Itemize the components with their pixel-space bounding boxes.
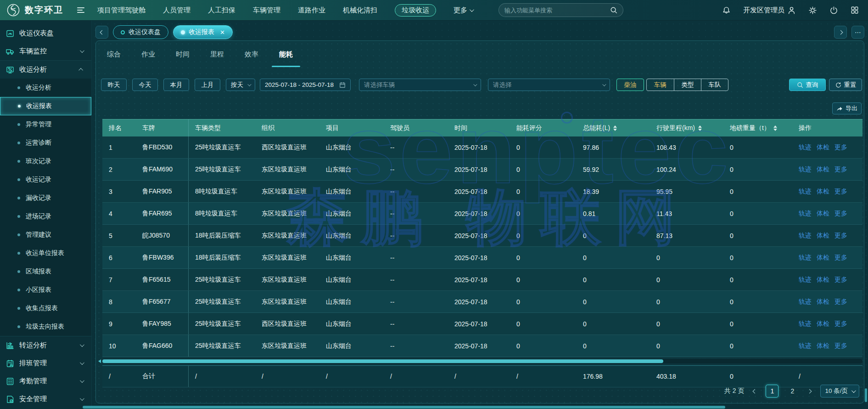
action-link-轨迹[interactable]: 轨迹: [799, 210, 812, 218]
nav-item-道路作业[interactable]: 道路作业: [298, 6, 325, 15]
vehicle-select[interactable]: 请选择车辆: [359, 79, 481, 91]
action-link-轨迹[interactable]: 轨迹: [799, 143, 812, 152]
generic-select[interactable]: 请选择: [488, 79, 610, 91]
query-button[interactable]: 查询: [789, 79, 826, 91]
action-link-更多[interactable]: 更多: [834, 254, 847, 262]
logout-power-icon[interactable]: [829, 6, 838, 15]
group-by-车辆[interactable]: 车辆: [647, 79, 674, 91]
action-link-轨迹[interactable]: 轨迹: [799, 165, 812, 174]
sidebar-subitem-收运报表[interactable]: 收运报表: [0, 97, 91, 115]
search-input[interactable]: [504, 7, 610, 14]
subtab-时间[interactable]: 时间: [176, 48, 190, 61]
sidebar-item-安全管理[interactable]: 安全管理: [0, 390, 91, 408]
sidebar-item-车辆监控[interactable]: 车辆监控: [0, 42, 91, 60]
action-link-更多[interactable]: 更多: [834, 143, 847, 152]
sidebar-item-考勤管理[interactable]: 考勤管理: [0, 372, 91, 390]
sidebar-subitem-收运记录[interactable]: 收运记录: [0, 170, 91, 189]
action-link-体检[interactable]: 体检: [817, 187, 829, 196]
sidebar-subitem-收运单位报表[interactable]: 收运单位报表: [0, 244, 91, 262]
sidebar-subitem-收集点报表[interactable]: 收集点报表: [0, 299, 91, 318]
sidebar-subitem-异常管理[interactable]: 异常管理: [0, 115, 91, 134]
apps-grid-icon[interactable]: [851, 6, 859, 14]
notifications-bell-icon[interactable]: [722, 6, 731, 15]
pagination-page-2[interactable]: 2: [786, 385, 799, 398]
action-link-轨迹[interactable]: 轨迹: [799, 232, 812, 240]
action-link-体检[interactable]: 体检: [817, 320, 829, 328]
action-link-更多[interactable]: 更多: [834, 276, 847, 284]
nav-item-机械化清扫[interactable]: 机械化清扫: [343, 6, 377, 15]
tabs-scroll-right-button[interactable]: [834, 26, 847, 39]
action-link-更多[interactable]: 更多: [834, 342, 847, 350]
action-link-轨迹[interactable]: 轨迹: [799, 276, 812, 284]
sidebar-subitem-区域报表[interactable]: 区域报表: [0, 262, 91, 281]
quick-filter-本月[interactable]: 本月: [163, 79, 189, 91]
scrollbar-thumb[interactable]: [102, 359, 663, 363]
sidebar-subitem-漏收记录[interactable]: 漏收记录: [0, 189, 91, 207]
sidebar-item-收运仪表盘[interactable]: 收运仪表盘: [0, 24, 91, 42]
action-link-体检[interactable]: 体检: [817, 276, 829, 284]
sidebar-subitem-小区报表[interactable]: 小区报表: [0, 281, 91, 299]
nav-item-人员管理[interactable]: 人员管理: [163, 6, 190, 15]
action-link-轨迹[interactable]: 轨迹: [799, 254, 812, 262]
action-link-更多[interactable]: 更多: [834, 298, 847, 306]
nav-item-更多[interactable]: 更多: [454, 6, 473, 15]
subtab-综合[interactable]: 综合: [107, 48, 121, 61]
sidebar-subitem-管理建议[interactable]: 管理建议: [0, 226, 91, 244]
action-link-更多[interactable]: 更多: [834, 232, 847, 240]
sidebar-subitem-收运分析[interactable]: 收运分析: [0, 79, 91, 97]
action-link-体检[interactable]: 体检: [817, 254, 829, 262]
sidebar-subitem-运营诊断[interactable]: 运营诊断: [0, 134, 91, 152]
sidebar-item-收运分析[interactable]: 收运分析: [0, 61, 91, 79]
sidebar-subitem-垃圾去向报表[interactable]: 垃圾去向报表: [0, 318, 91, 336]
nav-item-垃圾收运[interactable]: 垃圾收运: [395, 4, 436, 17]
action-link-体检[interactable]: 体检: [817, 143, 829, 152]
page-vertical-scrollbar[interactable]: [865, 388, 867, 402]
action-link-轨迹[interactable]: 轨迹: [799, 298, 812, 306]
quick-filter-今天[interactable]: 今天: [132, 79, 158, 91]
action-link-轨迹[interactable]: 轨迹: [799, 342, 812, 350]
group-by-类型[interactable]: 类型: [674, 79, 701, 91]
table-horizontal-scrollbar[interactable]: [102, 359, 862, 364]
subtab-能耗[interactable]: 能耗: [279, 48, 293, 61]
export-button[interactable]: 导出: [832, 102, 862, 114]
tabs-more-button[interactable]: ⋯: [851, 26, 864, 39]
pagination-next-button[interactable]: [806, 390, 813, 393]
settings-gear-icon[interactable]: [808, 6, 817, 15]
user-account[interactable]: 开发区管理员: [743, 6, 796, 15]
group-by-车队[interactable]: 车队: [701, 79, 728, 91]
action-link-更多[interactable]: 更多: [834, 320, 847, 328]
nav-item-车辆管理[interactable]: 车辆管理: [253, 6, 280, 15]
pagination-page-1[interactable]: 1: [766, 385, 778, 398]
action-link-更多[interactable]: 更多: [834, 210, 847, 218]
sidebar-item-排班管理[interactable]: 排班管理: [0, 354, 91, 372]
action-link-体检[interactable]: 体检: [817, 232, 829, 240]
nav-item-人工扫保[interactable]: 人工扫保: [208, 6, 235, 15]
page-horizontal-scrollbar[interactable]: [83, 406, 725, 409]
tab-收运报表[interactable]: 收运报表✕: [173, 25, 233, 39]
sidebar-item-转运分析[interactable]: 转运分析: [0, 336, 91, 354]
tab-收运仪表盘[interactable]: 收运仪表盘: [113, 25, 168, 39]
tabs-scroll-left-button[interactable]: [95, 26, 108, 39]
subtab-里程[interactable]: 里程: [210, 48, 224, 61]
fuel-type-button[interactable]: 柴油: [616, 79, 644, 91]
search-icon[interactable]: [610, 6, 617, 14]
pagination-prev-button[interactable]: [751, 390, 758, 393]
action-link-体检[interactable]: 体检: [817, 342, 829, 350]
action-link-更多[interactable]: 更多: [834, 187, 847, 196]
sort-icon[interactable]: [773, 125, 777, 131]
action-link-体检[interactable]: 体检: [817, 165, 829, 174]
subtab-作业[interactable]: 作业: [141, 48, 155, 61]
reset-button[interactable]: 重置: [829, 79, 862, 91]
subtab-效率[interactable]: 效率: [245, 48, 258, 61]
action-link-体检[interactable]: 体检: [817, 210, 829, 218]
nav-item-项目管理驾驶舱[interactable]: 项目管理驾驶舱: [97, 6, 146, 15]
page-size-select[interactable]: 10 条/页: [820, 385, 859, 398]
granularity-select[interactable]: 按天: [226, 79, 255, 91]
action-link-轨迹[interactable]: 轨迹: [799, 187, 812, 196]
action-link-更多[interactable]: 更多: [834, 165, 847, 174]
quick-filter-上月[interactable]: 上月: [195, 79, 220, 91]
sidebar-subitem-进场记录[interactable]: 进场记录: [0, 207, 91, 226]
sort-icon[interactable]: [613, 125, 617, 131]
action-link-轨迹[interactable]: 轨迹: [799, 320, 812, 328]
sort-icon[interactable]: [698, 125, 702, 131]
